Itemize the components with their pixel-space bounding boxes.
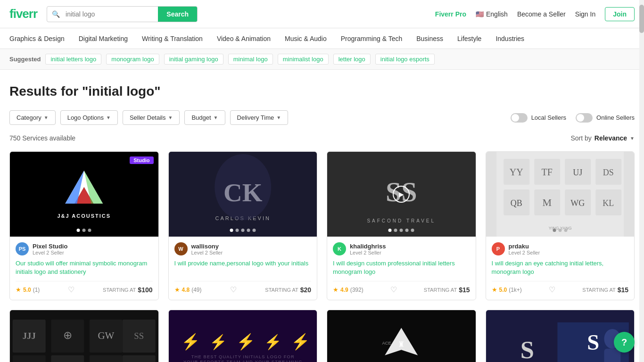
results-count: 750 Services available: [9, 134, 75, 142]
card-image-4: YY TF UJ DS QB M WG KL YING YANG: [486, 152, 635, 237]
card-image-3: SS SAFCOND TRAVEL ▶: [327, 152, 476, 237]
rating-4: ★ 5.0 (1k+): [492, 286, 522, 293]
svg-text:SS: SS: [134, 331, 144, 341]
card-2[interactable]: CK CARLOS KEVIN W wallisony Level 2 Sell…: [168, 151, 318, 300]
price-info-1: STARTING AT $100: [103, 286, 152, 294]
svg-text:DS: DS: [603, 168, 613, 177]
starting-at-label-3: STARTING AT: [424, 287, 457, 293]
rating-count-2: (49): [191, 287, 201, 293]
category-filter[interactable]: Category ▼: [9, 110, 56, 125]
local-sellers-toggle[interactable]: [511, 113, 528, 123]
suggested-tag-2[interactable]: initial gaming logo: [164, 54, 223, 65]
suggested-label: Suggested: [9, 56, 41, 63]
favorite-button-1[interactable]: ♡: [68, 285, 74, 294]
card-title-1: Our studio will offer minimal symbolic m…: [16, 259, 153, 276]
suggested-tag-0[interactable]: initial letters logo: [45, 54, 101, 65]
favorite-button-3[interactable]: ♡: [390, 285, 397, 294]
card-image-5: JJJ ⊕ GW SS ⬡ HHH GG ☰: [10, 310, 158, 362]
play-button-3[interactable]: ▶: [393, 186, 410, 203]
card-title-3: I will design custom professional initia…: [333, 259, 470, 276]
language-label: English: [486, 10, 508, 18]
suggested-tag-5[interactable]: letter logo: [333, 54, 371, 65]
svg-rect-42: [51, 355, 84, 362]
results-bar: 750 Services available Sort by Relevance…: [9, 134, 635, 142]
card-3[interactable]: SS SAFCOND TRAVEL ▶ K khalidghriss Level…: [327, 151, 476, 300]
sort-by-label: Sort by: [570, 134, 591, 142]
nav-business[interactable]: Business: [416, 29, 443, 48]
join-button[interactable]: Join: [605, 7, 635, 21]
favorite-button-2[interactable]: ♡: [230, 285, 237, 294]
search-button[interactable]: Search: [158, 7, 197, 22]
avatar-2: W: [174, 242, 188, 255]
star-icon-1: ★: [16, 286, 21, 293]
nav-lifestyle[interactable]: Lifestyle: [457, 29, 481, 48]
header-right: Fiverr Pro 🇺🇸 English Become a Seller Si…: [435, 7, 635, 21]
svg-point-9: [215, 154, 271, 220]
chevron-down-icon-3: ▼: [168, 115, 173, 120]
card-dots-2: [230, 229, 256, 232]
category-filter-label: Category: [17, 114, 41, 121]
budget-filter[interactable]: Budget ▼: [184, 110, 225, 125]
language-selector[interactable]: 🇺🇸 English: [476, 10, 508, 18]
svg-text:S: S: [520, 336, 534, 362]
card-dots-3: [388, 229, 414, 232]
online-sellers-toggle-group: Online Sellers: [576, 113, 635, 123]
svg-text:QB: QB: [510, 198, 522, 208]
seller-details-filter[interactable]: Seller Details ▼: [123, 110, 180, 125]
logo[interactable]: fiverr: [9, 7, 37, 21]
card-8[interactable]: S S STEPHEN HELLEN: [486, 310, 635, 362]
sort-value: Relevance: [594, 134, 627, 142]
nav-graphics-design[interactable]: Graphics & Design: [9, 29, 65, 48]
card-5[interactable]: JJJ ⊕ GW SS ⬡ HHH GG ☰: [9, 310, 159, 362]
svg-rect-44: [90, 355, 123, 362]
search-input[interactable]: [60, 7, 158, 22]
seller-details-3: khalidghriss Level 2 Seller: [350, 243, 386, 255]
rating-2: ★ 4.8 (49): [174, 286, 202, 293]
search-bar: 🔍 Search: [47, 6, 198, 22]
price-info-4: STARTING AT $15: [582, 286, 628, 294]
nav-writing-translation[interactable]: Writing & Translation: [142, 29, 203, 48]
online-sellers-toggle[interactable]: [576, 113, 593, 123]
local-sellers-toggle-group: Local Sellers: [511, 113, 566, 123]
starting-at-label-4: STARTING AT: [582, 287, 615, 293]
nav-programming-tech[interactable]: Programming & Tech: [341, 29, 402, 48]
favorite-button-4[interactable]: ♡: [549, 285, 555, 294]
rating-value-1: 5.0: [23, 287, 31, 293]
delivery-time-filter[interactable]: Delivery Time ▼: [230, 110, 289, 125]
svg-text:KL: KL: [603, 198, 614, 208]
sign-in-link[interactable]: Sign In: [575, 10, 596, 18]
sort-by-dropdown[interactable]: Sort by Relevance ▼: [570, 134, 635, 142]
become-seller-link[interactable]: Become a Seller: [517, 10, 566, 18]
price-4: $15: [618, 286, 628, 294]
starting-at-label-2: STARTING AT: [265, 287, 298, 293]
card-6[interactable]: ⚡ ⚡ ⚡ ⚡ ⚡ ⚡ ⚡ ⚡ THE BEST QUALITY INITIAL…: [168, 310, 318, 362]
nav-music-audio[interactable]: Music & Audio: [285, 29, 327, 48]
suggested-tag-4[interactable]: minimalist logo: [278, 54, 329, 65]
filter-toggles: Local Sellers Online Sellers: [511, 113, 635, 123]
svg-text:YY: YY: [509, 167, 523, 177]
card-dots-4: [553, 229, 567, 232]
card-image-7: ♠ ♜ ACE PDX: [327, 310, 476, 362]
card-body-2: W wallisony Level 2 Seller I will provid…: [169, 237, 317, 300]
logo-options-filter[interactable]: Logo Options ▼: [60, 110, 118, 125]
suggested-tag-6[interactable]: initial logo esports: [375, 54, 435, 65]
card-4[interactable]: YY TF UJ DS QB M WG KL YING YANG: [486, 151, 635, 300]
local-sellers-label: Local Sellers: [531, 114, 566, 121]
suggested-tag-3[interactable]: minimal logo: [228, 54, 273, 65]
help-button[interactable]: ?: [614, 332, 635, 353]
star-icon-3: ★: [333, 286, 339, 293]
card-1[interactable]: J&J ACOUSTICS Studio PS Pixel Studio Lev…: [9, 151, 159, 300]
scrollbar[interactable]: [639, 0, 644, 362]
starting-at-label-1: STARTING AT: [103, 287, 136, 293]
nav-industries[interactable]: Industries: [495, 29, 524, 48]
nav-video-animation[interactable]: Video & Animation: [217, 29, 271, 48]
seller-details-4: prdaku Level 2 Seller: [509, 243, 540, 255]
suggested-tag-1[interactable]: monogram logo: [106, 54, 159, 65]
fiverr-pro-link[interactable]: Fiverr Pro: [435, 10, 466, 18]
card-7[interactable]: ♠ ♜ ACE PDX: [327, 310, 476, 362]
nav-digital-marketing[interactable]: Digital Marketing: [79, 29, 128, 48]
card-dots-1: [77, 229, 91, 232]
price-info-2: STARTING AT $20: [265, 286, 311, 294]
card-image-2: CK CARLOS KEVIN: [169, 152, 317, 237]
card-image-1: J&J ACOUSTICS Studio: [10, 152, 158, 237]
